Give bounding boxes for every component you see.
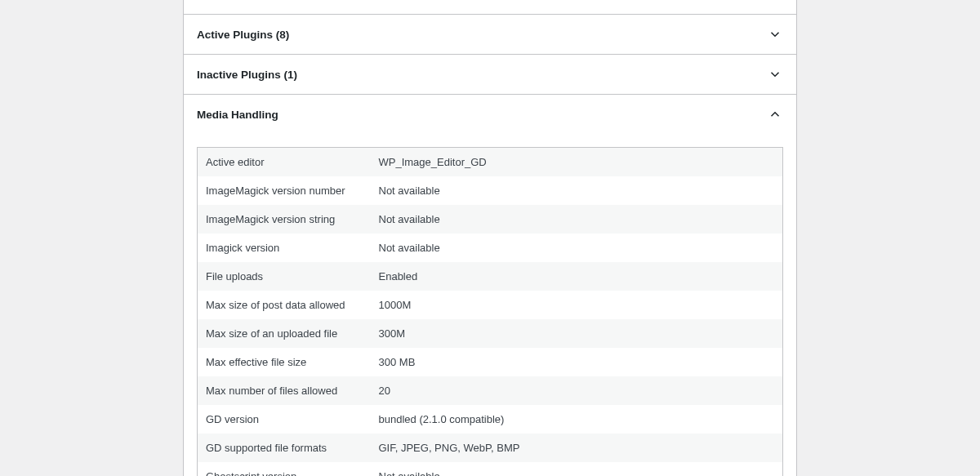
row-label: File uploads [198, 262, 371, 291]
row-label: ImageMagick version number [198, 176, 371, 205]
table-row: ImageMagick version stringNot available [198, 205, 783, 234]
row-value: Not available [371, 176, 783, 205]
chevron-up-icon [767, 106, 783, 122]
panel-title: Inactive Plugins (1) [197, 69, 297, 81]
panel-header-active-plugins[interactable]: Active Plugins (8) [184, 15, 796, 54]
panel-inactive-plugins: Inactive Plugins (1) [184, 55, 796, 95]
table-row: Max size of post data allowed1000M [198, 291, 783, 319]
table-row: Active editorWP_Image_Editor_GD [198, 148, 783, 177]
row-value: bundled (2.1.0 compatible) [371, 405, 783, 434]
panel-body-media-handling: Active editorWP_Image_Editor_GDImageMagi… [184, 134, 796, 476]
table-row: GD versionbundled (2.1.0 compatible) [198, 405, 783, 434]
row-value: Not available [371, 234, 783, 262]
panel-header-inactive-plugins[interactable]: Inactive Plugins (1) [184, 55, 796, 94]
row-label: Max number of files allowed [198, 376, 371, 405]
row-label: Max size of an uploaded file [198, 319, 371, 348]
row-label: GD version [198, 405, 371, 434]
row-value: Not available [371, 205, 783, 234]
row-label: Max size of post data allowed [198, 291, 371, 319]
row-value: GIF, JPEG, PNG, WebP, BMP [371, 434, 783, 462]
chevron-down-icon [767, 66, 783, 82]
panel-title: Media Handling [197, 109, 278, 121]
row-value: 300M [371, 319, 783, 348]
table-row: ImageMagick version numberNot available [198, 176, 783, 205]
row-label: Max effective file size [198, 348, 371, 376]
table-row: GD supported file formatsGIF, JPEG, PNG,… [198, 434, 783, 462]
chevron-down-icon [767, 26, 783, 42]
row-value: Enabled [371, 262, 783, 291]
row-value: 20 [371, 376, 783, 405]
panel-previous-partial [184, 0, 796, 15]
panel-title: Active Plugins (8) [197, 29, 289, 41]
panel-active-plugins: Active Plugins (8) [184, 15, 796, 55]
table-row: Max number of files allowed20 [198, 376, 783, 405]
table-row: Ghostscript versionNot available [198, 462, 783, 476]
row-label: GD supported file formats [198, 434, 371, 462]
row-label: ImageMagick version string [198, 205, 371, 234]
row-label: Imagick version [198, 234, 371, 262]
media-handling-table: Active editorWP_Image_Editor_GDImageMagi… [197, 147, 783, 476]
row-value: WP_Image_Editor_GD [371, 148, 783, 177]
table-row: Imagick versionNot available [198, 234, 783, 262]
row-label: Active editor [198, 148, 371, 177]
panel-header-media-handling[interactable]: Media Handling [184, 95, 796, 134]
site-health-accordion: Active Plugins (8) Inactive Plugins (1) … [183, 0, 797, 476]
panel-media-handling: Media Handling Active editorWP_Image_Edi… [184, 95, 796, 476]
table-row: Max effective file size300 MB [198, 348, 783, 376]
table-row: File uploadsEnabled [198, 262, 783, 291]
row-value: 1000M [371, 291, 783, 319]
row-label: Ghostscript version [198, 462, 371, 476]
row-value: 300 MB [371, 348, 783, 376]
table-row: Max size of an uploaded file300M [198, 319, 783, 348]
row-value: Not available [371, 462, 783, 476]
